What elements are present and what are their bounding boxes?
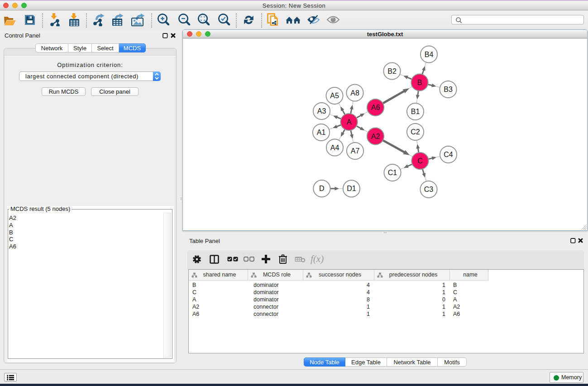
svg-text:A6: A6 bbox=[371, 104, 380, 111]
svg-text:C2: C2 bbox=[411, 128, 420, 136]
svg-text:A: A bbox=[347, 118, 352, 126]
svg-text:B2: B2 bbox=[387, 67, 397, 75]
svg-text:B1: B1 bbox=[411, 108, 420, 115]
svg-text:C1: C1 bbox=[388, 169, 397, 176]
svg-text:A1: A1 bbox=[317, 129, 326, 136]
svg-text:C4: C4 bbox=[444, 151, 453, 158]
svg-text:A5: A5 bbox=[330, 92, 339, 100]
svg-text:A3: A3 bbox=[317, 107, 326, 115]
svg-text:C: C bbox=[417, 157, 423, 165]
svg-text:A7: A7 bbox=[351, 147, 360, 155]
svg-text:B4: B4 bbox=[425, 51, 434, 58]
svg-text:C3: C3 bbox=[424, 186, 434, 193]
svg-text:B: B bbox=[417, 79, 422, 86]
svg-text:A2: A2 bbox=[371, 133, 380, 140]
svg-text:B3: B3 bbox=[444, 86, 453, 93]
svg-text:D1: D1 bbox=[347, 185, 356, 192]
svg-text:D: D bbox=[319, 185, 325, 192]
svg-text:A8: A8 bbox=[350, 89, 359, 97]
svg-text:A4: A4 bbox=[330, 144, 339, 152]
